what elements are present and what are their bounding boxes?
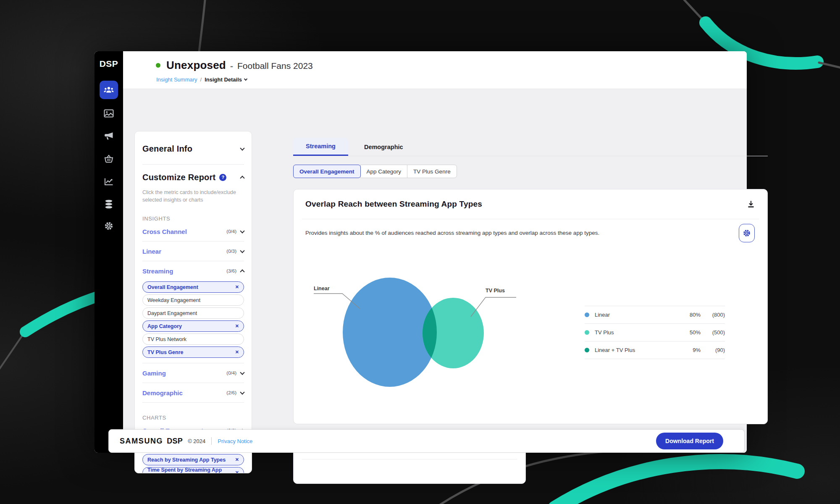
legend-percent: 50% <box>679 329 701 336</box>
breadcrumb: Insight Summary / Insight Details <box>156 76 247 83</box>
audience-icon <box>104 87 114 94</box>
tab-demographic[interactable]: Demographic <box>352 138 416 156</box>
legend-dot <box>585 348 589 352</box>
group-label: Cross Channel <box>142 228 187 235</box>
chip-label: App Category <box>147 323 182 329</box>
group-label: Gaming <box>142 370 166 377</box>
chevron-down-icon <box>240 370 244 375</box>
chip-daypart-engagement[interactable]: Daypart Engagement <box>142 307 244 319</box>
dsp-logo: DSP <box>94 59 123 69</box>
subtab-label: TV Plus Genre <box>413 168 451 175</box>
legend-row-overlap: Linear + TV Plus 9% (90) <box>585 341 725 359</box>
divider <box>302 459 517 459</box>
chart-settings-button[interactable] <box>739 224 755 242</box>
chip-weekday-engagement[interactable]: Weekday Engagement <box>142 294 244 306</box>
nav-campaign-button[interactable] <box>100 127 118 145</box>
chevron-down-icon <box>240 248 244 253</box>
database-icon <box>105 200 113 209</box>
footer-bar: SAMSUNG DSP © 2024 Privacy Notice Downlo… <box>108 429 745 453</box>
legend-label: TV Plus <box>595 329 679 336</box>
general-info-toggle[interactable]: General Info <box>142 142 244 155</box>
remove-icon[interactable]: ✕ <box>235 323 239 329</box>
overlap-reach-card: Overlap Reach between Streaming App Type… <box>293 189 768 424</box>
audience-name: Unexposed <box>166 59 226 72</box>
legend-row-tvplus: TV Plus 50% (500) <box>585 324 725 341</box>
venn-diagram: Linear TV Plus <box>305 248 549 425</box>
chip-reach-by-app-types[interactable]: Reach by Streaming App Types ✕ <box>142 454 244 465</box>
download-icon <box>747 200 755 208</box>
chip-label: Overall Engagement <box>147 284 198 290</box>
chip-tv-plus-genre[interactable]: TV Plus Genre ✕ <box>142 346 244 358</box>
page-header: Unexposed - Football Fans 2023 Insight S… <box>123 51 747 89</box>
subtab-tv-plus-genre[interactable]: TV Plus Genre <box>407 165 457 178</box>
insights-section-header: INSIGHTS <box>142 215 244 222</box>
chip-label: Weekday Engagement <box>147 297 200 303</box>
breadcrumb-current-label: Insight Details <box>205 76 242 83</box>
nav-settings-button[interactable] <box>100 217 118 235</box>
download-report-button[interactable]: Download Report <box>656 433 723 449</box>
chip-tv-plus-network[interactable]: TV Plus Network <box>142 333 244 345</box>
nav-rail: DSP <box>94 51 123 453</box>
nav-data-button[interactable] <box>100 195 118 213</box>
audience-title: Unexposed - Football Fans 2023 <box>156 59 313 72</box>
legend-percent: 80% <box>679 312 701 318</box>
tab-label: Demographic <box>364 144 403 150</box>
status-dot <box>156 63 160 68</box>
help-icon[interactable]: ? <box>219 174 226 181</box>
group-label: Demographic <box>142 389 183 396</box>
subtab-app-category[interactable]: App Category <box>360 165 408 178</box>
breadcrumb-insight-details[interactable]: Insight Details <box>205 76 247 83</box>
chevron-down-icon <box>244 77 247 81</box>
nav-audience-button[interactable] <box>100 81 118 99</box>
content-area: General Info Customize Report ? Click th… <box>123 89 747 453</box>
customize-hint: Click the metric cards to include/exclud… <box>142 189 244 204</box>
chip-label: TV Plus Genre <box>147 349 183 355</box>
card-title: Overlap Reach between Streaming App Type… <box>305 200 482 209</box>
divider <box>142 164 244 165</box>
subtab-bar: Overall Engagement App Category TV Plus … <box>293 165 768 178</box>
insight-group-cross-channel[interactable]: Cross Channel (0/4) <box>142 222 244 241</box>
group-count: (2/6) <box>226 390 236 395</box>
customize-report-title: Customize Report <box>142 173 215 182</box>
nav-basket-button[interactable] <box>100 150 118 168</box>
remove-icon[interactable]: ✕ <box>235 349 239 355</box>
line-chart-icon <box>104 178 113 186</box>
remove-icon[interactable]: ✕ <box>235 470 239 473</box>
chip-label: Daypart Engagement <box>147 310 197 316</box>
tab-label: Streaming <box>306 143 336 150</box>
streaming-chips: Overall Engagement ✕ Weekday Engagement … <box>142 281 244 358</box>
insight-group-gaming[interactable]: Gaming (0/4) <box>142 363 244 383</box>
insight-group-streaming[interactable]: Streaming (3/6) <box>142 261 244 281</box>
legend-count: (800) <box>701 312 725 318</box>
copyright: © 2024 <box>188 438 205 444</box>
legend-dot <box>585 312 589 317</box>
chevron-up-icon <box>240 176 244 180</box>
gear-icon <box>104 221 114 231</box>
gear-icon <box>742 228 751 238</box>
remove-icon[interactable]: ✕ <box>235 457 239 462</box>
card-description: Provides insights about the % of audienc… <box>305 230 599 236</box>
breadcrumb-insight-summary[interactable]: Insight Summary <box>156 76 197 83</box>
insight-group-demographic[interactable]: Demographic (2/6) <box>142 383 244 402</box>
app-window: DSP <box>94 51 747 453</box>
nav-analytics-button[interactable] <box>100 172 118 191</box>
subtab-overall-engagement[interactable]: Overall Engagement <box>293 165 361 178</box>
remove-icon[interactable]: ✕ <box>235 284 239 290</box>
megaphone-icon <box>104 132 114 141</box>
chip-app-category[interactable]: App Category ✕ <box>142 320 244 332</box>
privacy-notice-link[interactable]: Privacy Notice <box>218 438 252 444</box>
download-chart-button[interactable] <box>747 200 756 209</box>
nav-media-button[interactable] <box>100 104 118 123</box>
chip-label: Time Spent by Streaming App Types <box>147 467 235 473</box>
tab-streaming[interactable]: Streaming <box>293 138 348 156</box>
chip-overall-engagement[interactable]: Overall Engagement ✕ <box>142 281 244 293</box>
legend-percent: 9% <box>679 347 701 353</box>
chevron-up-icon <box>240 270 244 274</box>
chevron-down-icon <box>240 228 244 233</box>
chip-time-spent[interactable]: Time Spent by Streaming App Types ✕ <box>142 467 244 473</box>
general-info-title: General Info <box>142 144 192 154</box>
legend-dot <box>585 330 589 335</box>
charts-section-header: CHARTS <box>142 415 244 421</box>
insight-group-linear[interactable]: Linear (0/3) <box>142 242 244 261</box>
customize-report-toggle[interactable]: Customize Report ? <box>142 171 244 184</box>
